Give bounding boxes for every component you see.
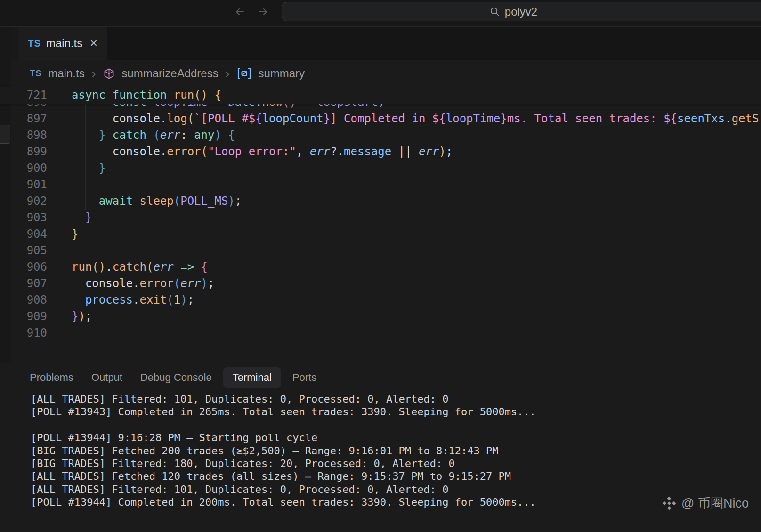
indent-guide [72, 193, 72, 210]
command-center-search[interactable]: polyv2 [282, 2, 761, 21]
terminal-line: [POLL #13943] Completed in 265ms. Total … [31, 405, 761, 418]
code-text: } [47, 160, 761, 177]
code-line[interactable]: 905 [0, 242, 761, 259]
navigate-back-button[interactable] [233, 4, 248, 19]
code-line[interactable]: 897 console.log(`[POLL #${loopCount}] Co… [0, 111, 761, 127]
terminal-line: [ALL TRADES] Fetched 120 trades (all siz… [31, 470, 761, 483]
breadcrumb-item-symbol[interactable]: summarizeAddress [121, 67, 218, 80]
clipped-code-line: 896 const loopTime = Date.now() - loopSt… [0, 104, 761, 111]
indent-guide [85, 193, 86, 210]
terminal-line: [POLL #13944] 9:16:28 PM — Starting poll… [31, 431, 761, 444]
code-text: } [47, 226, 761, 242]
tab-close-icon[interactable]: ✕ [89, 38, 98, 49]
indent-guide [85, 104, 86, 111]
terminal-line: [BIG TRADES] Fetched 200 trades (≥$2,500… [31, 444, 761, 457]
watermark: @ 币圈Nico [661, 495, 749, 512]
indent-guide [72, 292, 72, 308]
code-line[interactable]: 910 [0, 325, 761, 341]
indent-guide [72, 275, 72, 292]
code-text: run().catch(err => { [47, 259, 761, 275]
watermark-text: @ 币圈Nico [681, 495, 749, 512]
ts-icon: TS [30, 68, 42, 79]
terminal-line: [POLL #13944] Completed in 200ms. Total … [31, 496, 761, 508]
breadcrumb-item-file[interactable]: main.ts [48, 67, 84, 80]
symbol-variable-icon [236, 67, 252, 80]
code-text [47, 242, 761, 259]
code-line[interactable]: 907 console.error(err); [0, 275, 761, 292]
tab-main-ts[interactable]: TS main.ts ✕ [19, 27, 107, 60]
indent-guide [72, 210, 72, 226]
binance-diamond-icon [661, 495, 677, 511]
typescript-file-icon: TS [28, 38, 41, 49]
indent-guide [85, 127, 86, 144]
code-line[interactable]: 900 } [0, 160, 761, 177]
breadcrumb-item-symbol-child[interactable]: summary [258, 67, 305, 80]
code-text: process.exit(1); [47, 292, 761, 308]
terminal-line: [BIG TRADES] Filtered: 180, Duplicates: … [31, 457, 761, 470]
left-rail-indicator [0, 125, 10, 144]
code-editor[interactable]: 721async function run() {896 const loopT… [0, 87, 761, 363]
line-number[interactable]: 896 [0, 104, 47, 111]
symbol-function-icon [103, 67, 115, 80]
code-text: console.error("Loop error:", err?.messag… [47, 144, 761, 160]
indent-guide [72, 177, 72, 193]
indent-guide [99, 111, 99, 127]
indent-guide [72, 127, 72, 144]
code-line[interactable]: 904} [0, 226, 761, 242]
indent-guide [85, 144, 86, 160]
indent-guide [85, 160, 86, 177]
code-line[interactable]: 908 process.exit(1); [0, 292, 761, 308]
tab-label: main.ts [46, 37, 82, 50]
code-text: async function run() { [47, 87, 761, 104]
chevron-right-icon: › [91, 66, 97, 81]
terminal-output[interactable]: [ALL TRADES] Filtered: 101, Duplicates: … [31, 393, 761, 510]
sticky-scroll-line[interactable]: 721async function run() { [0, 87, 761, 104]
panel-divider[interactable] [0, 363, 761, 363]
editor-window: polyv2 TS main.ts ✕ TS main.ts › summari… [0, 0, 761, 532]
terminal-line [31, 419, 761, 431]
code-line[interactable]: 896 const loopTime = Date.now() - loopSt… [0, 104, 761, 111]
navigate-forward-button[interactable] [255, 4, 270, 19]
code-text: console.error(err); [47, 275, 761, 292]
indent-guide [72, 160, 72, 177]
code-text: }); [47, 308, 761, 325]
panel-tab-bar: ProblemsOutputDebug ConsoleTerminalPorts [30, 367, 316, 388]
code-line[interactable]: 906run().catch(err => { [0, 259, 761, 275]
code-text: await sleep(POLL_MS); [47, 193, 761, 210]
panel-tab-ports[interactable]: Ports [292, 367, 316, 388]
panel-tab-problems[interactable]: Problems [30, 367, 73, 388]
line-number[interactable]: 721 [0, 87, 47, 104]
code-line[interactable]: 901 [0, 177, 761, 193]
title-bar: polyv2 [0, 0, 761, 27]
search-icon [489, 6, 500, 17]
panel-tab-terminal[interactable]: Terminal [223, 367, 281, 388]
search-value: polyv2 [505, 5, 537, 18]
indent-guide [99, 144, 99, 160]
code-text: } [47, 210, 761, 226]
editor-left-edge [0, 27, 11, 363]
breadcrumb: TS main.ts › summarizeAddress › summary [0, 60, 761, 87]
panel-tab-debug-console[interactable]: Debug Console [140, 367, 212, 388]
terminal-line: [ALL TRADES] Filtered: 101, Duplicates: … [31, 483, 761, 496]
indent-guide [99, 104, 99, 111]
indent-guide [85, 177, 86, 193]
code-text [47, 325, 761, 341]
indent-guide [72, 104, 72, 111]
terminal-line: [ALL TRADES] Filtered: 101, Duplicates: … [31, 393, 761, 405]
indent-guide [72, 111, 72, 127]
code-text: } catch (err: any) { [47, 127, 761, 144]
indent-guide [72, 144, 72, 160]
code-line[interactable]: 909}); [0, 308, 761, 325]
arrow-left-icon [233, 5, 247, 19]
indent-guide [85, 111, 86, 127]
chevron-right-icon: › [225, 66, 231, 81]
code-line[interactable]: 903 } [0, 210, 761, 226]
code-line[interactable]: 898 } catch (err: any) { [0, 127, 761, 144]
arrow-right-icon [256, 5, 270, 19]
panel-tab-output[interactable]: Output [91, 367, 122, 388]
code-line[interactable]: 902 await sleep(POLL_MS); [0, 193, 761, 210]
code-line[interactable]: 899 console.error("Loop error:", err?.me… [0, 144, 761, 160]
code-text: const loopTime = Date.now() - loopStart; [47, 104, 761, 111]
code-text: console.log(`[POLL #${loopCount}] Comple… [47, 111, 761, 127]
tab-strip: TS main.ts ✕ [0, 27, 761, 60]
